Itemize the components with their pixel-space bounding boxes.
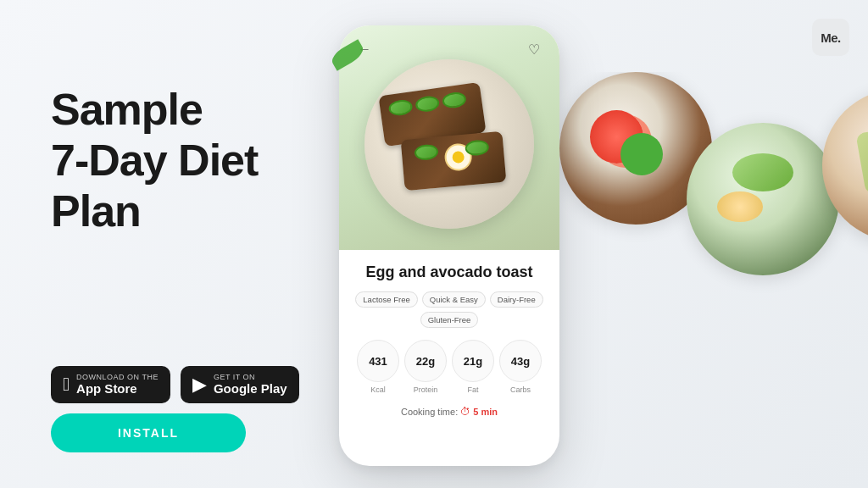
avocado-5 bbox=[465, 139, 489, 156]
nutrition-kcal: 431 Kcal bbox=[357, 340, 399, 394]
appstore-large-label: App Store bbox=[76, 381, 137, 396]
headline-title: Sample 7-Day Diet Plan bbox=[51, 85, 258, 236]
play-icon: ▶ bbox=[192, 375, 207, 394]
apple-icon:  bbox=[63, 375, 70, 394]
avocado-2 bbox=[415, 95, 440, 114]
toast-2 bbox=[401, 131, 507, 191]
phone-content-area: Egg and avocado toast Lactose Free Quick… bbox=[339, 250, 559, 431]
headline-section: Sample 7-Day Diet Plan bbox=[51, 85, 258, 236]
recipe-title: Egg and avocado toast bbox=[354, 263, 544, 281]
appstore-small-label: Download on the bbox=[76, 373, 159, 381]
phone-nav-bar: ← ♡ bbox=[353, 37, 546, 61]
avocado-1 bbox=[387, 98, 413, 117]
tag-lactose-free: Lactose Free bbox=[355, 291, 417, 308]
clock-icon: ⏱ bbox=[460, 406, 470, 418]
cooking-time-label: Cooking time: bbox=[401, 407, 458, 417]
phone-frame: ← ♡ bbox=[339, 25, 559, 466]
cooking-time: Cooking time: ⏱ 5 min bbox=[354, 406, 544, 418]
toast-group bbox=[381, 89, 517, 199]
install-button[interactable]: INSTALL bbox=[51, 413, 246, 452]
playstore-small-label: GET IT ON bbox=[214, 373, 255, 381]
tag-quick-easy: Quick & Easy bbox=[422, 291, 486, 308]
me-logo[interactable]: Me. bbox=[812, 19, 849, 56]
favorite-button[interactable]: ♡ bbox=[522, 37, 546, 61]
nutrition-row: 431 Kcal 22g Protein 21g Fat bbox=[354, 340, 544, 394]
playstore-button[interactable]: ▶ GET IT ON Google Play bbox=[181, 366, 299, 403]
nutrition-circle-protein: 22g bbox=[404, 340, 447, 382]
tag-dairy-free: Dairy-Free bbox=[490, 291, 543, 308]
cooking-time-value: 5 min bbox=[473, 407, 498, 417]
tag-gluten-free: Gluten-Free bbox=[420, 312, 479, 328]
phone-mockup: ← ♡ bbox=[339, 25, 559, 466]
nutrition-circle-carbs: 43g bbox=[499, 340, 542, 382]
food-plate bbox=[364, 59, 534, 229]
nutrition-circle-kcal: 431 bbox=[357, 340, 399, 382]
nutrition-protein: 22g Protein bbox=[404, 340, 447, 394]
side-food-bowls bbox=[559, 72, 868, 343]
side-bowl-2 bbox=[687, 123, 839, 275]
nutrition-circle-fat: 21g bbox=[452, 340, 494, 382]
phone-food-image: ← ♡ bbox=[339, 25, 559, 250]
avocado-4 bbox=[414, 144, 438, 161]
recipe-tags: Lactose Free Quick & Easy Dairy-Free Glu… bbox=[354, 291, 544, 328]
avocado-3 bbox=[442, 91, 467, 109]
nutrition-carbs: 43g Carbs bbox=[499, 340, 542, 394]
store-buttons-group:  Download on the App Store ▶ GET IT ON … bbox=[51, 366, 299, 403]
playstore-large-label: Google Play bbox=[214, 381, 287, 396]
nutrition-fat: 21g Fat bbox=[452, 340, 494, 394]
appstore-button[interactable]:  Download on the App Store bbox=[51, 366, 170, 403]
